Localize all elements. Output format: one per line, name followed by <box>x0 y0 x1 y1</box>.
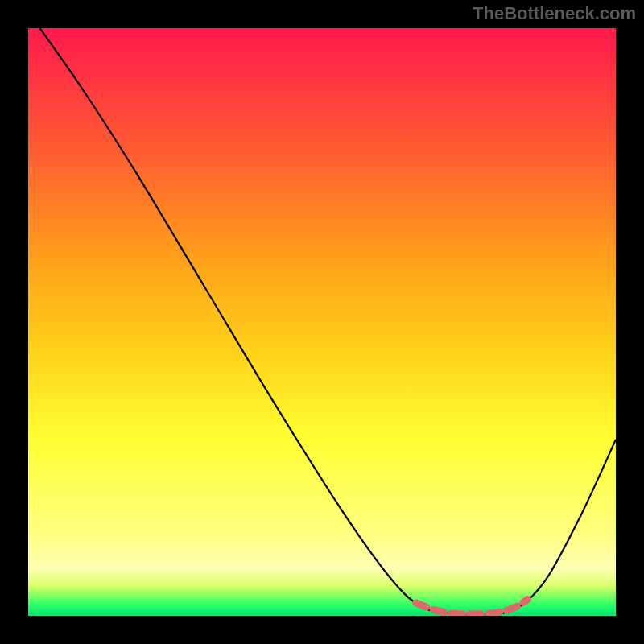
gradient-background <box>28 28 616 616</box>
chart-container: TheBottleneck.com <box>0 0 644 644</box>
chart-svg <box>28 28 616 616</box>
watermark-text: TheBottleneck.com <box>473 3 636 24</box>
plot-area <box>28 28 616 616</box>
